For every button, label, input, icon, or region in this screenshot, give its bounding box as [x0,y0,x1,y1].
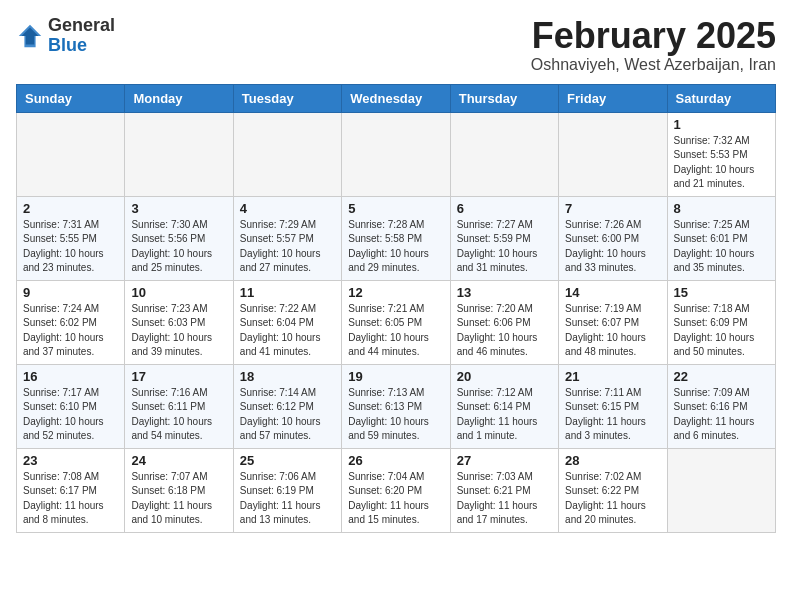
weekday-header-wednesday: Wednesday [342,84,450,112]
weekday-header-thursday: Thursday [450,84,558,112]
calendar-day-cell: 20Sunrise: 7:12 AM Sunset: 6:14 PM Dayli… [450,364,558,448]
calendar-week-row: 9Sunrise: 7:24 AM Sunset: 6:02 PM Daylig… [17,280,776,364]
calendar-day-cell: 21Sunrise: 7:11 AM Sunset: 6:15 PM Dayli… [559,364,667,448]
day-info: Sunrise: 7:25 AM Sunset: 6:01 PM Dayligh… [674,218,769,276]
day-number: 2 [23,201,118,216]
day-info: Sunrise: 7:14 AM Sunset: 6:12 PM Dayligh… [240,386,335,444]
day-number: 26 [348,453,443,468]
logo: General Blue [16,16,115,56]
calendar-day-cell: 23Sunrise: 7:08 AM Sunset: 6:17 PM Dayli… [17,448,125,532]
calendar-table: SundayMondayTuesdayWednesdayThursdayFrid… [16,84,776,533]
svg-marker-2 [22,27,39,44]
calendar-day-cell: 5Sunrise: 7:28 AM Sunset: 5:58 PM Daylig… [342,196,450,280]
calendar-day-cell: 4Sunrise: 7:29 AM Sunset: 5:57 PM Daylig… [233,196,341,280]
day-number: 25 [240,453,335,468]
calendar-day-cell [450,112,558,196]
day-number: 3 [131,201,226,216]
calendar-day-cell: 16Sunrise: 7:17 AM Sunset: 6:10 PM Dayli… [17,364,125,448]
calendar-day-cell: 28Sunrise: 7:02 AM Sunset: 6:22 PM Dayli… [559,448,667,532]
day-info: Sunrise: 7:30 AM Sunset: 5:56 PM Dayligh… [131,218,226,276]
day-number: 8 [674,201,769,216]
day-number: 18 [240,369,335,384]
calendar-day-cell: 3Sunrise: 7:30 AM Sunset: 5:56 PM Daylig… [125,196,233,280]
calendar-day-cell [17,112,125,196]
calendar-day-cell: 14Sunrise: 7:19 AM Sunset: 6:07 PM Dayli… [559,280,667,364]
day-number: 27 [457,453,552,468]
day-number: 24 [131,453,226,468]
day-info: Sunrise: 7:21 AM Sunset: 6:05 PM Dayligh… [348,302,443,360]
weekday-header-friday: Friday [559,84,667,112]
calendar-day-cell: 11Sunrise: 7:22 AM Sunset: 6:04 PM Dayli… [233,280,341,364]
day-info: Sunrise: 7:24 AM Sunset: 6:02 PM Dayligh… [23,302,118,360]
calendar-day-cell: 2Sunrise: 7:31 AM Sunset: 5:55 PM Daylig… [17,196,125,280]
calendar-day-cell: 1Sunrise: 7:32 AM Sunset: 5:53 PM Daylig… [667,112,775,196]
day-number: 4 [240,201,335,216]
calendar-day-cell [559,112,667,196]
day-number: 20 [457,369,552,384]
day-info: Sunrise: 7:26 AM Sunset: 6:00 PM Dayligh… [565,218,660,276]
day-number: 14 [565,285,660,300]
day-number: 28 [565,453,660,468]
day-info: Sunrise: 7:07 AM Sunset: 6:18 PM Dayligh… [131,470,226,528]
day-number: 16 [23,369,118,384]
day-info: Sunrise: 7:16 AM Sunset: 6:11 PM Dayligh… [131,386,226,444]
weekday-header-saturday: Saturday [667,84,775,112]
calendar-day-cell: 18Sunrise: 7:14 AM Sunset: 6:12 PM Dayli… [233,364,341,448]
day-info: Sunrise: 7:08 AM Sunset: 6:17 PM Dayligh… [23,470,118,528]
day-number: 17 [131,369,226,384]
day-number: 6 [457,201,552,216]
calendar-day-cell: 26Sunrise: 7:04 AM Sunset: 6:20 PM Dayli… [342,448,450,532]
day-info: Sunrise: 7:31 AM Sunset: 5:55 PM Dayligh… [23,218,118,276]
day-info: Sunrise: 7:20 AM Sunset: 6:06 PM Dayligh… [457,302,552,360]
calendar-week-row: 2Sunrise: 7:31 AM Sunset: 5:55 PM Daylig… [17,196,776,280]
day-info: Sunrise: 7:17 AM Sunset: 6:10 PM Dayligh… [23,386,118,444]
day-number: 10 [131,285,226,300]
day-info: Sunrise: 7:02 AM Sunset: 6:22 PM Dayligh… [565,470,660,528]
calendar-week-row: 1Sunrise: 7:32 AM Sunset: 5:53 PM Daylig… [17,112,776,196]
day-info: Sunrise: 7:32 AM Sunset: 5:53 PM Dayligh… [674,134,769,192]
day-number: 23 [23,453,118,468]
calendar-day-cell: 17Sunrise: 7:16 AM Sunset: 6:11 PM Dayli… [125,364,233,448]
day-number: 13 [457,285,552,300]
calendar-day-cell: 24Sunrise: 7:07 AM Sunset: 6:18 PM Dayli… [125,448,233,532]
day-info: Sunrise: 7:03 AM Sunset: 6:21 PM Dayligh… [457,470,552,528]
day-info: Sunrise: 7:12 AM Sunset: 6:14 PM Dayligh… [457,386,552,444]
day-info: Sunrise: 7:04 AM Sunset: 6:20 PM Dayligh… [348,470,443,528]
location-subtitle: Oshnaviyeh, West Azerbaijan, Iran [531,56,776,74]
day-info: Sunrise: 7:28 AM Sunset: 5:58 PM Dayligh… [348,218,443,276]
day-number: 5 [348,201,443,216]
calendar-day-cell: 12Sunrise: 7:21 AM Sunset: 6:05 PM Dayli… [342,280,450,364]
day-number: 15 [674,285,769,300]
day-number: 9 [23,285,118,300]
calendar-day-cell: 9Sunrise: 7:24 AM Sunset: 6:02 PM Daylig… [17,280,125,364]
calendar-day-cell: 13Sunrise: 7:20 AM Sunset: 6:06 PM Dayli… [450,280,558,364]
weekday-header-monday: Monday [125,84,233,112]
logo-icon [16,22,44,50]
calendar-day-cell: 6Sunrise: 7:27 AM Sunset: 5:59 PM Daylig… [450,196,558,280]
calendar-day-cell [125,112,233,196]
calendar-day-cell: 22Sunrise: 7:09 AM Sunset: 6:16 PM Dayli… [667,364,775,448]
calendar-day-cell [233,112,341,196]
day-number: 11 [240,285,335,300]
calendar-day-cell: 27Sunrise: 7:03 AM Sunset: 6:21 PM Dayli… [450,448,558,532]
day-info: Sunrise: 7:29 AM Sunset: 5:57 PM Dayligh… [240,218,335,276]
day-info: Sunrise: 7:11 AM Sunset: 6:15 PM Dayligh… [565,386,660,444]
calendar-day-cell: 15Sunrise: 7:18 AM Sunset: 6:09 PM Dayli… [667,280,775,364]
day-info: Sunrise: 7:22 AM Sunset: 6:04 PM Dayligh… [240,302,335,360]
calendar-day-cell [667,448,775,532]
calendar-day-cell: 10Sunrise: 7:23 AM Sunset: 6:03 PM Dayli… [125,280,233,364]
day-number: 12 [348,285,443,300]
weekday-header-sunday: Sunday [17,84,125,112]
day-info: Sunrise: 7:19 AM Sunset: 6:07 PM Dayligh… [565,302,660,360]
calendar-day-cell: 8Sunrise: 7:25 AM Sunset: 6:01 PM Daylig… [667,196,775,280]
day-number: 21 [565,369,660,384]
calendar-day-cell [342,112,450,196]
day-number: 7 [565,201,660,216]
weekday-header-row: SundayMondayTuesdayWednesdayThursdayFrid… [17,84,776,112]
logo-text: General Blue [48,16,115,56]
calendar-day-cell: 19Sunrise: 7:13 AM Sunset: 6:13 PM Dayli… [342,364,450,448]
calendar-week-row: 16Sunrise: 7:17 AM Sunset: 6:10 PM Dayli… [17,364,776,448]
calendar-week-row: 23Sunrise: 7:08 AM Sunset: 6:17 PM Dayli… [17,448,776,532]
day-number: 22 [674,369,769,384]
month-year-title: February 2025 [531,16,776,56]
